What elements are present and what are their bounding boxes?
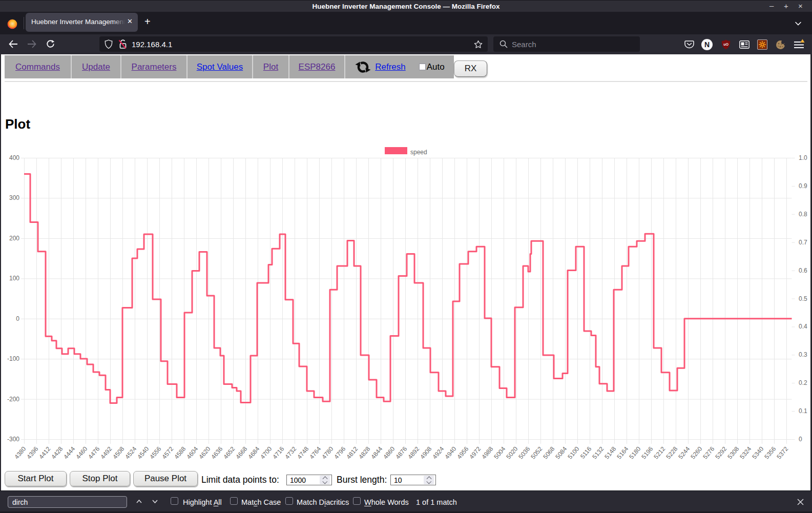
svg-text:uO: uO <box>723 43 728 46</box>
svg-text:0: 0 <box>16 315 19 322</box>
svg-text:5004: 5004 <box>492 445 507 461</box>
svg-text:4860: 4860 <box>382 445 396 461</box>
svg-text:5052: 5052 <box>529 445 544 461</box>
svg-text:4908: 4908 <box>419 445 433 461</box>
svg-text:0.3: 0.3 <box>799 351 807 358</box>
svg-text:5020: 5020 <box>505 445 519 461</box>
svg-text:0.8: 0.8 <box>799 211 807 218</box>
svg-text:0.5: 0.5 <box>799 295 807 302</box>
svg-text:5228: 5228 <box>664 445 679 461</box>
svg-text:400: 400 <box>9 154 19 161</box>
svg-text:5036: 5036 <box>517 445 531 461</box>
svg-text:4972: 4972 <box>468 445 482 461</box>
svg-text:4556: 4556 <box>148 445 162 461</box>
svg-text:4508: 4508 <box>111 445 126 461</box>
svg-text:4476: 4476 <box>87 445 101 461</box>
svg-text:4460: 4460 <box>74 445 89 461</box>
svg-text:0.2: 0.2 <box>799 379 807 386</box>
svg-text:4668: 4668 <box>234 445 248 461</box>
svg-text:4652: 4652 <box>222 445 236 461</box>
svg-text:4572: 4572 <box>160 445 175 461</box>
svg-text:4540: 4540 <box>136 445 150 461</box>
svg-text:4444: 4444 <box>62 445 76 461</box>
svg-text:4844: 4844 <box>369 445 384 461</box>
svg-text:4636: 4636 <box>210 445 224 461</box>
svg-text:-200: -200 <box>7 396 19 403</box>
svg-text:5244: 5244 <box>677 445 691 461</box>
svg-text:0.1: 0.1 <box>799 407 807 415</box>
svg-text:4604: 4604 <box>185 445 199 461</box>
svg-text:5180: 5180 <box>628 445 642 461</box>
svg-text:0.6: 0.6 <box>799 267 807 274</box>
svg-text:4412: 4412 <box>37 445 52 461</box>
svg-text:0: 0 <box>799 436 802 443</box>
svg-text:speed: speed <box>410 149 427 156</box>
svg-text:4956: 4956 <box>455 445 470 461</box>
svg-text:0.7: 0.7 <box>799 239 807 246</box>
svg-text:4396: 4396 <box>25 445 39 461</box>
svg-text:100: 100 <box>9 275 19 282</box>
svg-text:1.0: 1.0 <box>799 154 807 161</box>
svg-text:5164: 5164 <box>615 445 630 461</box>
svg-text:5100: 5100 <box>566 445 580 461</box>
svg-text:0.4: 0.4 <box>799 323 807 330</box>
svg-text:4380: 4380 <box>13 445 27 461</box>
svg-text:5324: 5324 <box>738 445 753 461</box>
svg-text:5260: 5260 <box>689 445 703 461</box>
svg-text:4764: 4764 <box>308 445 322 461</box>
svg-text:5084: 5084 <box>554 445 568 461</box>
svg-text:4892: 4892 <box>406 445 421 461</box>
svg-text:5372: 5372 <box>775 445 789 461</box>
svg-text:4876: 4876 <box>394 445 408 461</box>
svg-text:5212: 5212 <box>652 445 667 461</box>
svg-text:5356: 5356 <box>763 445 777 461</box>
svg-text:4524: 4524 <box>123 445 138 461</box>
svg-text:4684: 4684 <box>246 445 261 461</box>
svg-text:-300: -300 <box>7 436 19 443</box>
svg-text:4988: 4988 <box>480 445 494 461</box>
svg-text:4732: 4732 <box>283 445 298 461</box>
svg-text:4796: 4796 <box>332 445 347 461</box>
svg-text:4812: 4812 <box>345 445 359 461</box>
svg-text:4940: 4940 <box>443 445 457 461</box>
svg-text:5148: 5148 <box>603 445 617 461</box>
svg-text:5276: 5276 <box>701 445 716 461</box>
svg-text:4924: 4924 <box>431 445 445 461</box>
svg-text:5196: 5196 <box>640 445 654 461</box>
svg-text:5068: 5068 <box>542 445 556 461</box>
svg-text:4780: 4780 <box>320 445 335 461</box>
svg-text:4700: 4700 <box>259 445 273 461</box>
svg-text:-100: -100 <box>7 355 19 362</box>
svg-text:4620: 4620 <box>197 445 212 461</box>
svg-text:4748: 4748 <box>296 445 310 461</box>
svg-text:4716: 4716 <box>271 445 285 461</box>
svg-text:4588: 4588 <box>173 445 187 461</box>
svg-text:4828: 4828 <box>357 445 371 461</box>
svg-text:4492: 4492 <box>99 445 113 461</box>
svg-text:4428: 4428 <box>50 445 64 461</box>
svg-text:5116: 5116 <box>579 445 593 460</box>
svg-text:200: 200 <box>9 235 19 242</box>
svg-text:5292: 5292 <box>714 445 728 461</box>
svg-text:5340: 5340 <box>751 445 765 461</box>
svg-text:300: 300 <box>9 194 19 201</box>
svg-text:5308: 5308 <box>726 445 740 461</box>
svg-text:5132: 5132 <box>591 445 605 461</box>
svg-text:0.9: 0.9 <box>799 182 807 190</box>
